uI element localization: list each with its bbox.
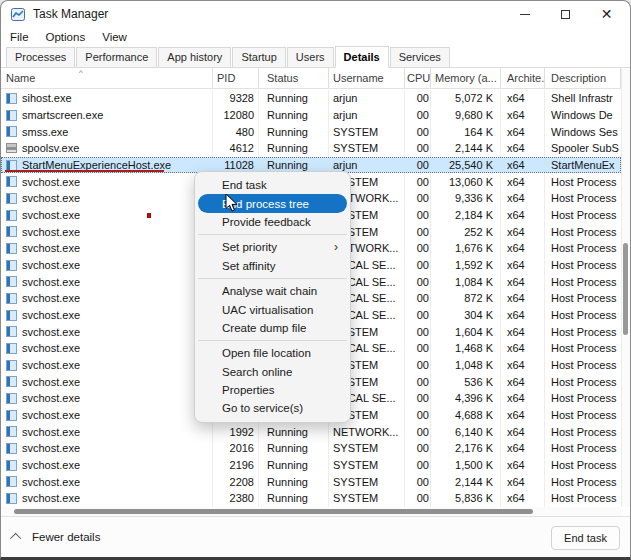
process-cpu: 00 <box>405 476 431 488</box>
process-name: svchost.exe <box>22 192 80 204</box>
process-status: Running <box>259 126 329 138</box>
mouse-cursor <box>223 193 239 213</box>
context-menu-item-end-task[interactable]: End task <box>198 176 347 194</box>
minimize-icon <box>520 14 530 15</box>
process-cpu: 00 <box>405 159 431 171</box>
process-name: svchost.exe <box>22 276 80 288</box>
context-menu-separator <box>198 278 347 279</box>
table-row[interactable]: svchost.exe 2208 Running SYSTEM 00 2,144… <box>1 473 621 490</box>
process-name: svchost.exe <box>22 476 80 488</box>
close-icon: ✕ <box>601 7 613 21</box>
process-architecture: x64 <box>501 209 545 221</box>
column-header-name[interactable]: Name <box>1 68 213 88</box>
context-menu: End taskEnd process treeProvide feedback… <box>194 171 351 423</box>
menu-view[interactable]: View <box>102 31 127 43</box>
table-row[interactable]: svchost.exe 2016 Running SYSTEM 00 2,176… <box>1 440 621 457</box>
tab-performance[interactable]: Performance <box>76 47 157 67</box>
table-row[interactable]: smartscreen.exe 12080 Running arjun 00 9… <box>1 107 621 124</box>
context-menu-item-go-to-service-s-[interactable]: Go to service(s) <box>198 399 347 417</box>
process-memory: 2,176 K <box>431 442 501 454</box>
vertical-scrollbar[interactable] <box>621 69 630 507</box>
process-memory: 1,048 K <box>431 359 501 371</box>
process-memory: 1,676 K <box>431 242 501 254</box>
process-username: SYSTEM <box>329 442 405 454</box>
column-header-description[interactable]: Description <box>545 68 621 88</box>
menu-file[interactable]: File <box>10 31 29 43</box>
process-icon <box>6 460 17 471</box>
process-description: Host Process <box>545 376 621 388</box>
context-menu-item-properties[interactable]: Properties <box>198 381 347 399</box>
process-memory: 4,396 K <box>431 392 501 404</box>
maximize-button[interactable] <box>545 1 586 27</box>
vertical-scrollbar-thumb[interactable] <box>623 243 628 335</box>
menu-options[interactable]: Options <box>46 31 86 43</box>
task-manager-window: Task Manager ✕ FileOptionsView Processes… <box>0 0 631 560</box>
column-header-pid[interactable]: PID <box>213 68 259 88</box>
title-bar: Task Manager ✕ <box>1 1 630 27</box>
process-status: Running <box>259 159 329 171</box>
table-row[interactable]: svchost.exe 1992 Running NETWORK... 00 6… <box>1 423 621 440</box>
process-cpu: 00 <box>405 426 431 438</box>
column-header-status[interactable]: Status <box>259 68 329 88</box>
table-row[interactable]: smss.exe 480 Running SYSTEM 00 164 K x64… <box>1 123 621 140</box>
context-menu-item-provide-feedback[interactable]: Provide feedback <box>198 213 347 231</box>
process-architecture: x64 <box>501 459 545 471</box>
tab-processes[interactable]: Processes <box>6 47 75 67</box>
process-cpu: 00 <box>405 292 431 304</box>
context-menu-item-analyse-wait-chain[interactable]: Analyse wait chain <box>198 282 347 300</box>
process-pid: 11028 <box>213 159 259 171</box>
tab-services[interactable]: Services <box>390 47 450 67</box>
process-name: smss.exe <box>22 126 68 138</box>
process-architecture: x64 <box>501 192 545 204</box>
column-header-username[interactable]: Username <box>329 68 405 88</box>
process-description: Windows Ses <box>545 126 621 138</box>
process-description: Host Process <box>545 309 621 321</box>
table-row[interactable]: spoolsv.exe 4612 Running SYSTEM 00 2,144… <box>1 140 621 157</box>
process-memory: 164 K <box>431 126 501 138</box>
table-row[interactable]: svchost.exe 2380 Running SYSTEM 00 5,836… <box>1 490 621 507</box>
process-architecture: x64 <box>501 359 545 371</box>
process-username: arjun <box>329 92 405 104</box>
column-header-memory[interactable]: Memory (a... <box>431 68 501 88</box>
process-architecture: x64 <box>501 142 545 154</box>
context-menu-item-create-dump-file[interactable]: Create dump file <box>198 319 347 337</box>
process-pid: 1992 <box>213 426 259 438</box>
process-memory: 4,688 K <box>431 409 501 421</box>
close-button[interactable]: ✕ <box>586 1 627 27</box>
context-menu-item-uac-virtualisation[interactable]: UAC virtualisation <box>198 300 347 318</box>
context-menu-item-set-priority[interactable]: Set priority› <box>198 238 347 256</box>
process-cpu: 00 <box>405 376 431 388</box>
context-menu-item-search-online[interactable]: Search online <box>198 363 347 381</box>
process-cpu: 00 <box>405 392 431 404</box>
end-task-button[interactable]: End task <box>551 526 620 550</box>
table-row[interactable]: sihost.exe 9328 Running arjun 00 5,072 K… <box>1 90 621 107</box>
context-menu-item-open-file-location[interactable]: Open file location <box>198 344 347 362</box>
process-username: SYSTEM <box>329 476 405 488</box>
process-description: Host Process <box>545 192 621 204</box>
process-architecture: x64 <box>501 326 545 338</box>
tab-users[interactable]: Users <box>287 47 334 67</box>
process-architecture: x64 <box>501 492 545 504</box>
tab-startup[interactable]: Startup <box>232 47 285 67</box>
fewer-details-toggle[interactable]: Fewer details <box>13 531 100 543</box>
tab-details[interactable]: Details <box>335 46 389 68</box>
process-pid: 12080 <box>213 109 259 121</box>
table-row[interactable]: svchost.exe 2196 Running SYSTEM 00 1,500… <box>1 457 621 474</box>
table-header: ^ Name PID Status Username CPU Memory (a… <box>1 69 621 89</box>
horizontal-scrollbar-thumb[interactable] <box>14 509 533 514</box>
column-header-cpu[interactable]: CPU <box>405 68 431 88</box>
process-name: svchost.exe <box>22 342 80 354</box>
process-cpu: 00 <box>405 142 431 154</box>
process-name: svchost.exe <box>22 459 80 471</box>
minimize-button[interactable] <box>504 1 545 27</box>
process-memory: 9,680 K <box>431 109 501 121</box>
column-header-architecture[interactable]: Archite... <box>501 68 545 88</box>
process-cpu: 00 <box>405 242 431 254</box>
tab-strip: ProcessesPerformanceApp historyStartupUs… <box>1 47 630 68</box>
process-icon <box>6 193 17 204</box>
context-menu-item-set-affinity[interactable]: Set affinity <box>198 257 347 275</box>
tab-app-history[interactable]: App history <box>158 47 231 67</box>
process-description: Host Process <box>545 409 621 421</box>
context-menu-item-end-process-tree[interactable]: End process tree <box>198 194 347 212</box>
process-architecture: x64 <box>501 376 545 388</box>
